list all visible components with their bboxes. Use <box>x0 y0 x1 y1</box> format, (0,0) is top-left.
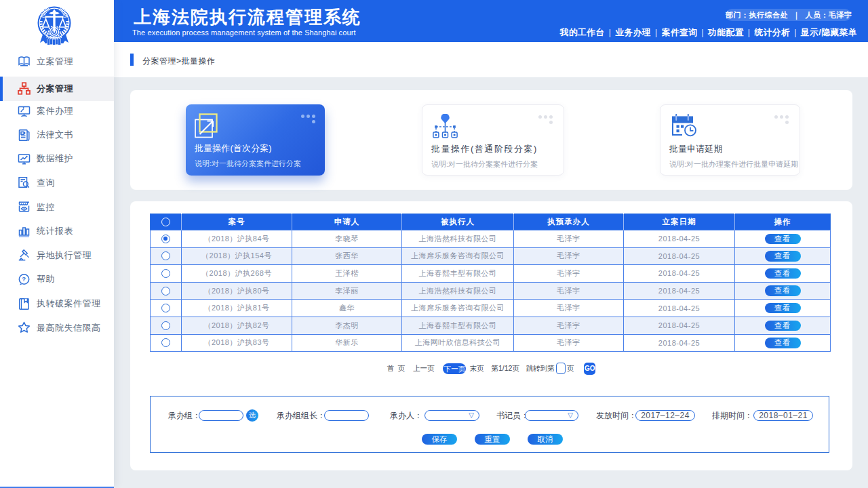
svg-text:?: ? <box>22 275 26 283</box>
